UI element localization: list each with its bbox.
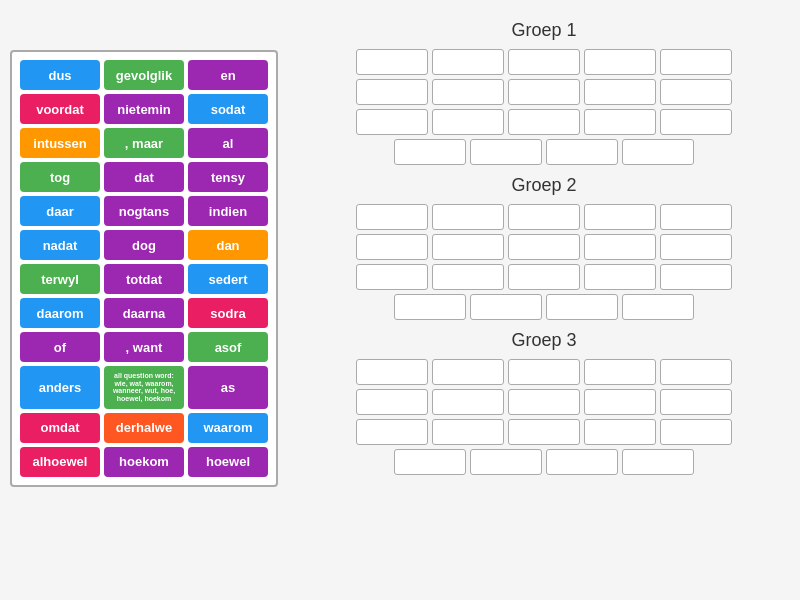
drop-cell[interactable] bbox=[508, 79, 580, 105]
drop-cell[interactable] bbox=[660, 419, 732, 445]
drop-cell[interactable] bbox=[546, 294, 618, 320]
drop-cell[interactable] bbox=[584, 359, 656, 385]
drop-cell[interactable] bbox=[584, 49, 656, 75]
drop-cell[interactable] bbox=[432, 79, 504, 105]
drop-cell[interactable] bbox=[584, 234, 656, 260]
drop-cell[interactable] bbox=[622, 294, 694, 320]
word-tile[interactable]: gevolglik bbox=[104, 60, 184, 90]
drop-cell[interactable] bbox=[508, 234, 580, 260]
drop-cell[interactable] bbox=[660, 359, 732, 385]
word-tile[interactable]: alhoewel bbox=[20, 447, 100, 477]
drop-cell[interactable] bbox=[394, 449, 466, 475]
drop-cell[interactable] bbox=[508, 204, 580, 230]
drop-cell[interactable] bbox=[356, 109, 428, 135]
drop-cell[interactable] bbox=[546, 449, 618, 475]
word-tile[interactable]: tensy bbox=[188, 162, 268, 192]
drop-cell[interactable] bbox=[432, 389, 504, 415]
word-tile[interactable]: anders bbox=[20, 366, 100, 409]
word-bank: dusgevolglikenvoordatnieteminsodatintuss… bbox=[10, 50, 278, 487]
drop-cell[interactable] bbox=[356, 264, 428, 290]
group-title-1: Groep 1 bbox=[511, 20, 576, 41]
drop-row-1-3 bbox=[356, 109, 732, 135]
word-tile[interactable]: daarna bbox=[104, 298, 184, 328]
drop-row-1-4 bbox=[394, 139, 694, 165]
drop-cell[interactable] bbox=[356, 389, 428, 415]
word-tile[interactable]: intussen bbox=[20, 128, 100, 158]
drop-cell[interactable] bbox=[470, 294, 542, 320]
drop-cell[interactable] bbox=[508, 264, 580, 290]
word-tile[interactable]: , want bbox=[104, 332, 184, 362]
word-tile[interactable]: dus bbox=[20, 60, 100, 90]
drop-cell[interactable] bbox=[660, 234, 732, 260]
drop-cell[interactable] bbox=[584, 264, 656, 290]
word-tile[interactable]: sedert bbox=[188, 264, 268, 294]
word-tile[interactable]: of bbox=[20, 332, 100, 362]
drop-cell[interactable] bbox=[356, 204, 428, 230]
word-tile[interactable]: dan bbox=[188, 230, 268, 260]
word-tile[interactable]: as bbox=[188, 366, 268, 409]
drop-cell[interactable] bbox=[356, 419, 428, 445]
drop-cell[interactable] bbox=[584, 204, 656, 230]
drop-cell[interactable] bbox=[660, 389, 732, 415]
word-tile[interactable]: en bbox=[188, 60, 268, 90]
drop-cell[interactable] bbox=[584, 419, 656, 445]
word-tile[interactable]: sodra bbox=[188, 298, 268, 328]
drop-cell[interactable] bbox=[584, 79, 656, 105]
word-tile[interactable]: hoekom bbox=[104, 447, 184, 477]
drop-cell[interactable] bbox=[584, 389, 656, 415]
drop-row-3-4 bbox=[394, 449, 694, 475]
drop-cell[interactable] bbox=[622, 449, 694, 475]
drop-cell[interactable] bbox=[356, 234, 428, 260]
word-tile[interactable]: nadat bbox=[20, 230, 100, 260]
word-tile[interactable]: all question word: wie, wat, waarom, wan… bbox=[104, 366, 184, 409]
word-tile[interactable]: daar bbox=[20, 196, 100, 226]
drop-cell[interactable] bbox=[660, 79, 732, 105]
drop-cell[interactable] bbox=[508, 49, 580, 75]
drop-cell[interactable] bbox=[432, 264, 504, 290]
word-tile[interactable]: dat bbox=[104, 162, 184, 192]
word-tile[interactable]: totdat bbox=[104, 264, 184, 294]
drop-cell[interactable] bbox=[394, 139, 466, 165]
drop-cell[interactable] bbox=[394, 294, 466, 320]
word-tile[interactable]: voordat bbox=[20, 94, 100, 124]
drop-cell[interactable] bbox=[470, 449, 542, 475]
word-tile[interactable]: daarom bbox=[20, 298, 100, 328]
drop-cell[interactable] bbox=[356, 79, 428, 105]
word-tile[interactable]: waarom bbox=[188, 413, 268, 443]
drop-cell[interactable] bbox=[356, 49, 428, 75]
word-tile[interactable]: indien bbox=[188, 196, 268, 226]
drop-cell[interactable] bbox=[622, 139, 694, 165]
drop-cell[interactable] bbox=[356, 359, 428, 385]
word-tile[interactable]: al bbox=[188, 128, 268, 158]
drop-cell[interactable] bbox=[432, 359, 504, 385]
word-tile[interactable]: hoewel bbox=[188, 447, 268, 477]
word-tile[interactable]: nogtans bbox=[104, 196, 184, 226]
word-tile[interactable]: nietemin bbox=[104, 94, 184, 124]
groups-panel: Groep 1Groep 2Groep 3 bbox=[298, 20, 790, 475]
word-tile[interactable]: asof bbox=[188, 332, 268, 362]
drop-cell[interactable] bbox=[470, 139, 542, 165]
word-tile[interactable]: tog bbox=[20, 162, 100, 192]
drop-cell[interactable] bbox=[508, 359, 580, 385]
word-tile[interactable]: terwyl bbox=[20, 264, 100, 294]
drop-cell[interactable] bbox=[660, 109, 732, 135]
word-tile[interactable]: dog bbox=[104, 230, 184, 260]
drop-cell[interactable] bbox=[432, 49, 504, 75]
drop-cell[interactable] bbox=[660, 204, 732, 230]
drop-cell[interactable] bbox=[508, 389, 580, 415]
word-tile[interactable]: sodat bbox=[188, 94, 268, 124]
drop-row-2-4 bbox=[394, 294, 694, 320]
drop-cell[interactable] bbox=[432, 204, 504, 230]
drop-cell[interactable] bbox=[546, 139, 618, 165]
drop-cell[interactable] bbox=[508, 109, 580, 135]
drop-cell[interactable] bbox=[584, 109, 656, 135]
drop-cell[interactable] bbox=[432, 419, 504, 445]
drop-cell[interactable] bbox=[432, 109, 504, 135]
drop-cell[interactable] bbox=[508, 419, 580, 445]
drop-cell[interactable] bbox=[660, 264, 732, 290]
drop-cell[interactable] bbox=[432, 234, 504, 260]
word-tile[interactable]: omdat bbox=[20, 413, 100, 443]
drop-cell[interactable] bbox=[660, 49, 732, 75]
word-tile[interactable]: , maar bbox=[104, 128, 184, 158]
word-tile[interactable]: derhalwe bbox=[104, 413, 184, 443]
